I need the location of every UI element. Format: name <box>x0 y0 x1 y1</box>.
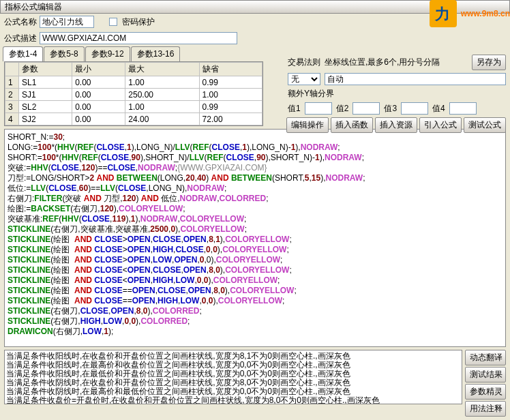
param-wizard-button[interactable]: 参数精灵 <box>465 384 506 400</box>
rule-select[interactable]: 无 <box>288 73 320 85</box>
window-title: 指标公式编辑器 <box>5 1 62 13</box>
test-button[interactable]: 测试公式 <box>464 117 506 133</box>
extra-y-label: 额外Y轴分界 <box>288 88 334 100</box>
val4-input[interactable] <box>449 102 477 115</box>
param-row[interactable]: 3SL20.001.000.99 <box>5 101 262 113</box>
coord-input[interactable] <box>325 73 506 85</box>
edit-op-button[interactable]: 编辑操作 <box>286 117 329 133</box>
title-bar: 指标公式编辑器 <box>0 0 510 14</box>
param-row[interactable]: 1SL10.001.000.99 <box>5 76 262 89</box>
insert-fn-button[interactable]: 插入函数 <box>331 117 373 133</box>
test-result-button[interactable]: 测试结果 <box>465 367 506 382</box>
param-row[interactable]: 2SJ10.00250.001.00 <box>5 89 262 101</box>
description-panel: 当满足条件收阳线时,在收盘价和开盘价位置之间画柱状线,宽度为8,1不为0则画空心… <box>4 350 462 404</box>
formula-name-label: 公式名称 <box>4 16 37 28</box>
dynamic-translate-button[interactable]: 动态翻译 <box>465 350 506 365</box>
save-as-button[interactable]: 另存为 <box>472 55 506 70</box>
formula-name-input[interactable] <box>40 16 94 28</box>
password-label: 密码保护 <box>122 16 155 28</box>
insert-res-button[interactable]: 插入资源 <box>375 117 417 133</box>
param-row[interactable]: 4SJ20.0024.0072.00 <box>5 113 262 125</box>
val3-input[interactable] <box>401 102 428 115</box>
usage-notes-button[interactable]: 用法注释 <box>465 401 506 417</box>
import-button[interactable]: 引入公式 <box>419 117 462 133</box>
code-editor[interactable]: SHORT_N:=30;LONG:=100*(HHV(REF(CLOSE,1),… <box>4 129 506 347</box>
tab-params-5-8[interactable]: 参数5-8 <box>44 46 84 61</box>
formula-desc-input[interactable] <box>40 32 237 44</box>
tab-params-1-4[interactable]: 参数1-4 <box>3 46 43 61</box>
params-grid: 参数最小最大缺省 1SL10.001.000.992SJ10.00250.001… <box>4 61 263 126</box>
formula-desc-label: 公式描述 <box>4 33 37 44</box>
tab-params-13-16[interactable]: 参数13-16 <box>131 46 181 61</box>
tab-params-9-12[interactable]: 参数9-12 <box>85 46 130 61</box>
val1-input[interactable] <box>305 102 332 115</box>
trade-rule-label: 交易法则 <box>288 57 320 68</box>
password-checkbox[interactable] <box>109 18 117 26</box>
val2-input[interactable] <box>352 102 380 115</box>
coord-hint: 坐标线位置,最多6个,用分号分隔 <box>325 57 468 68</box>
